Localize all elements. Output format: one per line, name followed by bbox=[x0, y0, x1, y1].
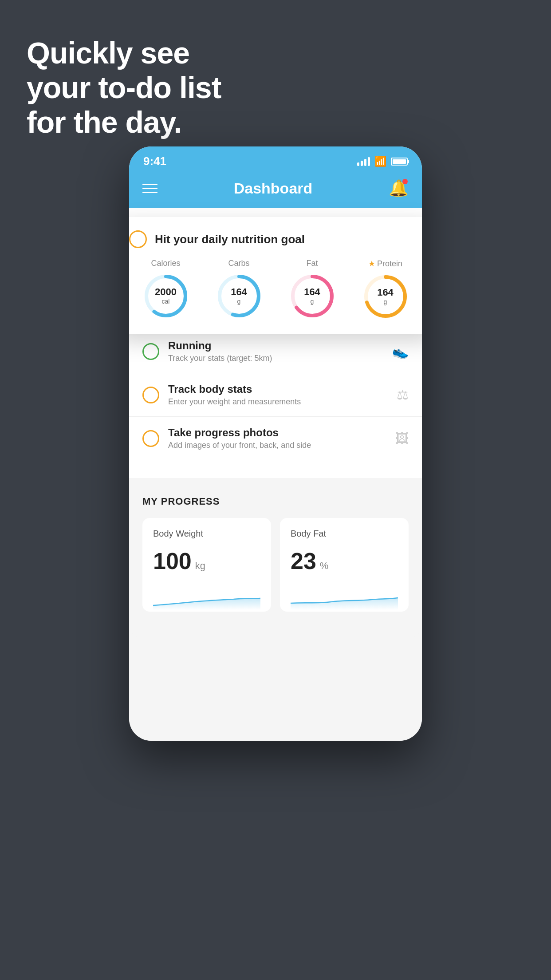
todo-item-body-stats[interactable]: Track body stats Enter your weight and m… bbox=[129, 373, 422, 417]
progress-cards-row: Body Weight 100 kg bbox=[142, 518, 409, 612]
running-name: Running bbox=[168, 340, 383, 352]
body-fat-value: 23 bbox=[291, 548, 316, 574]
running-sub: Track your stats (target: 5km) bbox=[168, 354, 383, 363]
body-fat-card[interactable]: Body Fat 23 % bbox=[280, 518, 409, 612]
hero-title: Quickly see your to-do list for the day. bbox=[27, 36, 221, 140]
nutrition-card[interactable]: Hit your daily nutrition goal Calories bbox=[129, 217, 422, 334]
carbs-unit: g bbox=[231, 298, 247, 306]
calories-text: 2000 cal bbox=[155, 286, 177, 305]
protein-text: 164 g bbox=[377, 287, 394, 306]
body-weight-chart bbox=[153, 588, 260, 610]
photos-texts: Take progress photos Add images of your … bbox=[168, 427, 386, 450]
star-icon: ★ bbox=[368, 259, 375, 269]
running-check bbox=[142, 343, 159, 360]
fat-value: 164 bbox=[304, 286, 320, 298]
nutrition-check-circle bbox=[129, 230, 147, 248]
body-stats-sub: Enter your weight and measurements bbox=[168, 397, 388, 407]
scale-icon: ⚖ bbox=[397, 387, 409, 403]
signal-icon bbox=[357, 157, 370, 166]
body-fat-value-row: 23 % bbox=[291, 548, 398, 574]
protein-ring: 164 g bbox=[361, 272, 410, 321]
photo-icon: 🖼 bbox=[395, 431, 409, 446]
body-weight-unit: kg bbox=[195, 560, 205, 572]
calories-label: Calories bbox=[151, 259, 180, 268]
card-header: Hit your daily nutrition goal bbox=[129, 230, 422, 248]
body-weight-value: 100 bbox=[153, 548, 192, 574]
wifi-icon: 📶 bbox=[374, 156, 386, 167]
todo-item-photos[interactable]: Take progress photos Add images of your … bbox=[129, 417, 422, 460]
body-stats-check bbox=[142, 387, 159, 403]
body-fat-title: Body Fat bbox=[291, 529, 398, 539]
macro-carbs: Carbs 164 g bbox=[215, 259, 264, 320]
macro-fat: Fat 164 g bbox=[288, 259, 337, 320]
protein-value: 164 bbox=[377, 287, 394, 298]
battery-icon bbox=[391, 158, 408, 166]
spacer bbox=[129, 460, 422, 478]
phone-bottom bbox=[129, 625, 422, 638]
carbs-label: Carbs bbox=[228, 259, 249, 268]
body-fat-chart bbox=[291, 588, 398, 610]
body-stats-name: Track body stats bbox=[168, 383, 388, 395]
calories-ring: 2000 cal bbox=[142, 272, 190, 320]
photos-sub: Add images of your front, back, and side bbox=[168, 441, 386, 450]
protein-unit: g bbox=[377, 299, 394, 306]
phone-mockup: 9:41 📶 Dashboard 🔔 bbox=[129, 146, 422, 741]
body-weight-title: Body Weight bbox=[153, 529, 260, 539]
macro-calories: Calories 2000 cal bbox=[142, 259, 190, 320]
running-icon: 👟 bbox=[392, 344, 409, 359]
running-texts: Running Track your stats (target: 5km) bbox=[168, 340, 383, 363]
battery-fill bbox=[393, 159, 406, 164]
menu-button[interactable] bbox=[142, 184, 157, 193]
carbs-ring: 164 g bbox=[215, 272, 264, 320]
notification-button[interactable]: 🔔 bbox=[389, 179, 409, 198]
calories-value: 2000 bbox=[155, 286, 177, 298]
notification-dot bbox=[402, 179, 408, 184]
calories-unit: cal bbox=[155, 298, 177, 306]
protein-label: ★ Protein bbox=[368, 259, 402, 269]
carbs-text: 164 g bbox=[231, 286, 247, 305]
status-bar: 9:41 📶 bbox=[129, 146, 422, 172]
macros-row: Calories 2000 cal bbox=[129, 259, 422, 321]
app-content: THINGS TO DO TODAY Hit your daily nutrit… bbox=[129, 208, 422, 741]
fat-unit: g bbox=[304, 298, 320, 306]
carbs-value: 164 bbox=[231, 286, 247, 298]
time-display: 9:41 bbox=[143, 154, 166, 168]
todo-item-running[interactable]: Running Track your stats (target: 5km) 👟 bbox=[129, 330, 422, 373]
progress-section-title: MY PROGRESS bbox=[142, 496, 409, 507]
photos-name: Take progress photos bbox=[168, 427, 386, 439]
nav-bar: Dashboard 🔔 bbox=[129, 172, 422, 208]
body-weight-card[interactable]: Body Weight 100 kg bbox=[142, 518, 271, 612]
body-weight-value-row: 100 kg bbox=[153, 548, 260, 574]
macro-protein: ★ Protein 164 g bbox=[361, 259, 410, 321]
body-fat-unit: % bbox=[320, 560, 329, 572]
status-icons: 📶 bbox=[357, 156, 408, 167]
nutrition-title: Hit your daily nutrition goal bbox=[155, 233, 305, 246]
phone-screen: 9:41 📶 Dashboard 🔔 bbox=[129, 146, 422, 741]
nav-title: Dashboard bbox=[234, 180, 313, 197]
body-stats-texts: Track body stats Enter your weight and m… bbox=[168, 383, 388, 407]
fat-label: Fat bbox=[306, 259, 318, 268]
photos-check bbox=[142, 430, 159, 447]
progress-section: MY PROGRESS Body Weight 100 kg bbox=[129, 478, 422, 625]
fat-text: 164 g bbox=[304, 286, 320, 305]
todo-list: Running Track your stats (target: 5km) 👟… bbox=[129, 330, 422, 460]
fat-ring: 164 g bbox=[288, 272, 337, 320]
